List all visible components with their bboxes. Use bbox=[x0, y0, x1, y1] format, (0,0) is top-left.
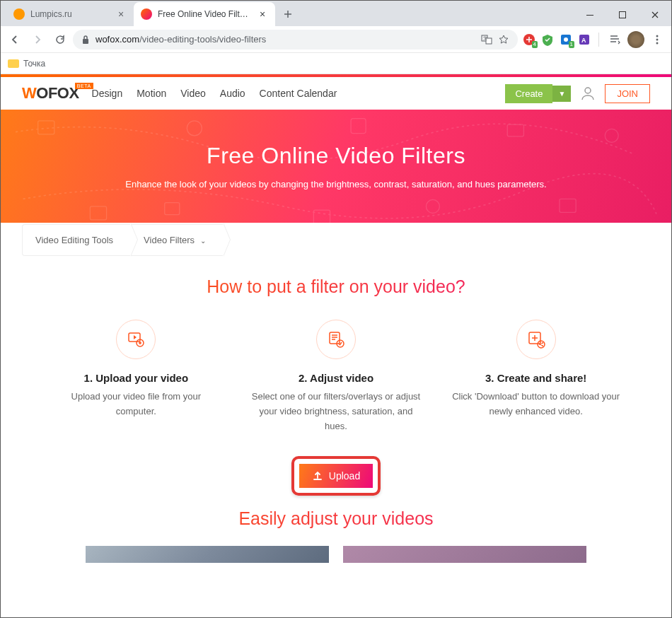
bookmark-star-icon[interactable] bbox=[498, 34, 509, 45]
hero-title: Free Online Video Filters bbox=[207, 143, 465, 169]
nav-video[interactable]: Video bbox=[180, 88, 206, 99]
logo-rest: OFOX bbox=[36, 84, 79, 103]
howto-section: How to put a filter on your video? 1. Up… bbox=[1, 257, 671, 441]
svg-rect-0 bbox=[586, 15, 593, 16]
upload-button[interactable]: Upload bbox=[298, 462, 374, 489]
svg-point-23 bbox=[426, 199, 439, 213]
extension-icon[interactable]: A bbox=[576, 31, 593, 48]
bookmarks-bar: Точка bbox=[1, 53, 671, 74]
svg-rect-2 bbox=[83, 39, 88, 44]
back-button[interactable] bbox=[5, 30, 25, 49]
close-window-button[interactable] bbox=[639, 4, 671, 26]
tab-title: Free Online Video Filters | WoFo... bbox=[158, 9, 251, 19]
favicon-icon bbox=[13, 8, 25, 20]
extension-icon[interactable] bbox=[539, 31, 556, 48]
extension-icons: 4 1 A bbox=[521, 31, 593, 48]
svg-point-11 bbox=[656, 35, 659, 37]
svg-point-20 bbox=[605, 129, 618, 142]
step-2: 2. Adjust video Select one of our filter… bbox=[243, 320, 429, 433]
profile-avatar[interactable] bbox=[627, 31, 644, 48]
breadcrumb-video-filters[interactable]: Video Filters⌄ bbox=[130, 224, 223, 256]
svg-text:文: 文 bbox=[483, 35, 487, 40]
menu-button[interactable] bbox=[647, 30, 667, 49]
new-tab-button[interactable] bbox=[278, 4, 298, 24]
nav-motion[interactable]: Motion bbox=[137, 88, 166, 99]
step-title: 2. Adjust video bbox=[250, 372, 422, 384]
bookmark-label: Точка bbox=[23, 59, 45, 69]
tab-close-icon[interactable]: × bbox=[257, 8, 268, 20]
site-header: WOFOX BETA Design Motion Video Audio Con… bbox=[1, 77, 671, 110]
minimize-button[interactable] bbox=[574, 4, 606, 26]
svg-rect-19 bbox=[507, 124, 523, 136]
step-desc: Click 'Download' button to download your… bbox=[450, 390, 622, 419]
upload-label: Upload bbox=[329, 470, 360, 482]
browser-toolbar: wofox.com/video-editing-tools/video-filt… bbox=[1, 26, 671, 53]
svg-rect-1 bbox=[620, 12, 626, 18]
breadcrumb: Video Editing Tools Video Filters⌄ bbox=[1, 223, 671, 257]
favicon-icon bbox=[141, 8, 152, 20]
join-button[interactable]: JOIN bbox=[605, 84, 650, 103]
step-desc: Upload your video file from your compute… bbox=[50, 390, 222, 419]
step-3: 3. Create and share! Click 'Download' bu… bbox=[443, 320, 629, 433]
svg-point-8 bbox=[564, 37, 568, 42]
folder-icon bbox=[8, 59, 19, 68]
hero-subtitle: Enhance the look of your videos by chang… bbox=[125, 179, 546, 190]
svg-rect-24 bbox=[560, 199, 576, 212]
create-label: Create bbox=[505, 84, 552, 103]
reload-button[interactable] bbox=[50, 30, 70, 49]
extension-icon[interactable]: 1 bbox=[557, 31, 574, 48]
browser-tab-wofox[interactable]: Free Online Video Filters | WoFo... × bbox=[134, 2, 275, 26]
address-bar[interactable]: wofox.com/video-editing-tools/video-filt… bbox=[73, 30, 518, 49]
lock-icon bbox=[81, 35, 90, 45]
logo[interactable]: WOFOX BETA bbox=[22, 84, 79, 103]
svg-point-14 bbox=[585, 88, 591, 93]
nav-design[interactable]: Design bbox=[92, 88, 123, 99]
svg-point-12 bbox=[656, 38, 659, 40]
adjust-video-icon bbox=[316, 320, 356, 359]
logo-beta: BETA bbox=[75, 83, 93, 89]
step-title: 1. Upload your video bbox=[50, 372, 222, 384]
section2-title: Easily adjust your videos bbox=[1, 508, 671, 529]
svg-rect-27 bbox=[330, 332, 340, 344]
breadcrumb-video-editing-tools[interactable]: Video Editing Tools bbox=[22, 224, 130, 256]
create-dropdown-icon[interactable]: ▼ bbox=[552, 86, 571, 102]
bookmark-folder[interactable]: Точка bbox=[8, 59, 45, 69]
separator bbox=[598, 33, 599, 47]
create-button[interactable]: Create ▼ bbox=[505, 84, 571, 103]
main-nav: Design Motion Video Audio Content Calend… bbox=[92, 88, 337, 99]
step-desc: Select one of our filters/overlays or ad… bbox=[250, 390, 422, 433]
tab-title: Lumpics.ru bbox=[30, 9, 110, 19]
translate-icon[interactable]: 文 bbox=[481, 34, 492, 45]
svg-point-13 bbox=[656, 42, 659, 44]
user-icon[interactable] bbox=[578, 83, 598, 103]
upload-section: Upload bbox=[1, 456, 671, 496]
video-thumbnail[interactable] bbox=[343, 546, 586, 563]
reading-list-icon[interactable] bbox=[605, 30, 625, 49]
maximize-button[interactable] bbox=[606, 4, 639, 26]
video-thumbnail[interactable] bbox=[86, 546, 329, 563]
window-controls bbox=[574, 4, 671, 26]
ext-badge: 1 bbox=[569, 41, 574, 48]
nav-content-calendar[interactable]: Content Calendar bbox=[260, 88, 337, 99]
url-text: wofox.com/video-editing-tools/video-filt… bbox=[95, 34, 475, 45]
step-1: 1. Upload your video Upload your video f… bbox=[43, 320, 229, 433]
svg-rect-16 bbox=[90, 206, 106, 220]
svg-point-30 bbox=[538, 341, 545, 348]
upload-video-icon bbox=[116, 320, 156, 359]
hero-banner: Free Online Video Filters Enhance the lo… bbox=[1, 110, 671, 223]
tab-close-icon[interactable]: × bbox=[115, 8, 127, 20]
ext-badge: 4 bbox=[532, 41, 538, 48]
forward-button[interactable] bbox=[28, 30, 47, 49]
upload-icon bbox=[312, 470, 323, 482]
nav-audio[interactable]: Audio bbox=[220, 88, 245, 99]
svg-rect-21 bbox=[165, 203, 180, 215]
tab-strip: Lumpics.ru × Free Online Video Filters |… bbox=[1, 1, 671, 26]
easily-adjust-section: Easily adjust your videos bbox=[1, 508, 671, 563]
extension-icon[interactable]: 4 bbox=[521, 31, 538, 48]
logo-w: W bbox=[22, 84, 36, 103]
upload-highlight: Upload bbox=[291, 456, 381, 496]
svg-rect-22 bbox=[313, 210, 330, 223]
browser-tab-lumpics[interactable]: Lumpics.ru × bbox=[6, 2, 134, 26]
step-title: 3. Create and share! bbox=[450, 372, 622, 384]
svg-text:A: A bbox=[581, 37, 586, 44]
